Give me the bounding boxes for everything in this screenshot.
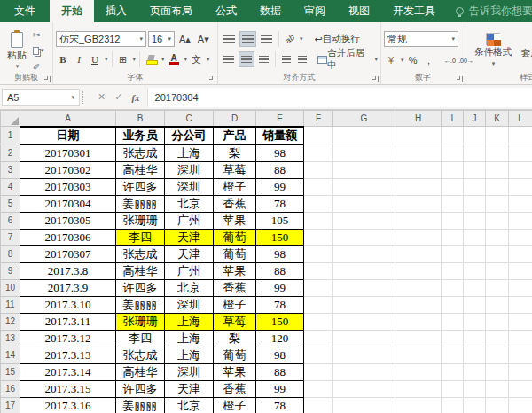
- cell-E7[interactable]: 150: [256, 229, 304, 245]
- chevron-down-icon[interactable]: ▾: [401, 57, 404, 64]
- increase-decimal-button[interactable]: ←.0: [443, 52, 458, 68]
- cell-C4[interactable]: 深圳: [165, 178, 214, 195]
- cell-D2[interactable]: 梨: [214, 144, 256, 162]
- row-header-9[interactable]: 9: [1, 262, 20, 279]
- cell-D6[interactable]: 苹果: [214, 212, 256, 229]
- cell-C13[interactable]: 上海: [165, 330, 214, 347]
- cell-G12[interactable]: [333, 313, 395, 330]
- borders-button[interactable]: ⊞: [116, 51, 130, 67]
- row-header-1[interactable]: 1: [1, 127, 20, 144]
- cell-B5[interactable]: 姜丽丽: [116, 195, 165, 212]
- cell-H13[interactable]: [395, 330, 442, 347]
- cell-E13[interactable]: 120: [256, 330, 304, 347]
- column-header-H[interactable]: H: [395, 111, 442, 127]
- cell-I15[interactable]: [442, 363, 464, 380]
- cell-D10[interactable]: 香蕉: [214, 279, 256, 296]
- cell-J10[interactable]: [464, 279, 486, 296]
- wrap-text-button[interactable]: ↩ 自动换行: [312, 31, 363, 47]
- cell-B12[interactable]: 张珊珊: [116, 313, 165, 330]
- cell-B2[interactable]: 张志成: [116, 144, 165, 162]
- cell-G2[interactable]: [333, 144, 395, 162]
- cell-H12[interactable]: [395, 313, 442, 330]
- cell-H6[interactable]: [395, 212, 442, 229]
- cell-C2[interactable]: 上海: [165, 144, 214, 162]
- cell-E6[interactable]: 105: [256, 212, 304, 229]
- cell-J3[interactable]: [464, 161, 486, 178]
- tab-公式[interactable]: 公式: [204, 0, 248, 22]
- cell-H3[interactable]: [395, 161, 442, 178]
- cell-L10[interactable]: [509, 279, 532, 296]
- cell-D9[interactable]: 苹果: [214, 262, 256, 279]
- cell-C10[interactable]: 北京: [165, 279, 214, 296]
- cell-F17[interactable]: [304, 397, 333, 413]
- chevron-down-icon[interactable]: ▾: [105, 56, 108, 63]
- chevron-down-icon[interactable]: ▾: [207, 56, 210, 63]
- merge-center-button[interactable]: 合并后居中: [315, 51, 372, 67]
- cell-L4[interactable]: [509, 178, 532, 195]
- row-header-6[interactable]: 6: [1, 212, 20, 229]
- cell-B9[interactable]: 高桂华: [116, 262, 165, 279]
- align-center-button[interactable]: [239, 51, 254, 67]
- column-header-I[interactable]: I: [442, 111, 464, 127]
- cell-E11[interactable]: 78: [256, 296, 304, 313]
- cell-A13[interactable]: 2017.3.12: [20, 330, 116, 347]
- cell-B7[interactable]: 李四: [116, 229, 165, 245]
- cell-I5[interactable]: [442, 195, 464, 212]
- font-color-button[interactable]: A: [167, 51, 182, 67]
- cell-A11[interactable]: 2017.3.10: [20, 296, 116, 313]
- cell-G17[interactable]: [333, 397, 395, 413]
- cell-H8[interactable]: [395, 245, 442, 262]
- formula-input[interactable]: 20170304: [147, 88, 532, 107]
- fill-color-button[interactable]: [144, 51, 159, 67]
- cell-J6[interactable]: [464, 212, 486, 229]
- cut-button[interactable]: ✂: [33, 27, 44, 42]
- row-header-17[interactable]: 17: [1, 397, 20, 413]
- cell-J8[interactable]: [464, 245, 486, 262]
- cell-D3[interactable]: 草莓: [214, 161, 256, 178]
- tab-页面布局[interactable]: 页面布局: [138, 0, 204, 22]
- cell-J11[interactable]: [464, 296, 486, 313]
- cell-H11[interactable]: [395, 296, 442, 313]
- row-header-2[interactable]: 2: [1, 144, 20, 162]
- cell-A12[interactable]: 2017.3.11: [20, 313, 116, 330]
- chevron-down-icon[interactable]: ▾: [374, 56, 378, 63]
- cell-E3[interactable]: 88: [256, 161, 304, 178]
- cell-C7[interactable]: 天津: [165, 229, 214, 245]
- cell-K2[interactable]: [486, 144, 509, 162]
- cell-I17[interactable]: [442, 397, 464, 413]
- cell-A3[interactable]: 20170302: [20, 161, 116, 178]
- tab-插入[interactable]: 插入: [94, 0, 138, 22]
- cell-I2[interactable]: [442, 144, 464, 162]
- cell-I9[interactable]: [442, 262, 464, 279]
- cell-D5[interactable]: 香蕉: [214, 195, 256, 212]
- row-header-11[interactable]: 11: [1, 296, 20, 313]
- align-left-button[interactable]: [221, 51, 237, 67]
- cell-E9[interactable]: 88: [256, 262, 304, 279]
- header-cell-D1[interactable]: 产品: [214, 127, 256, 144]
- cell-L13[interactable]: [509, 330, 532, 347]
- copy-button[interactable]: ▾: [33, 43, 44, 58]
- cell-I13[interactable]: [442, 330, 464, 347]
- cell-D17[interactable]: 橙子: [214, 397, 256, 413]
- cell-K14[interactable]: [486, 347, 509, 363]
- row-header-4[interactable]: 4: [1, 178, 20, 195]
- cell-G7[interactable]: [333, 229, 395, 245]
- cell-C11[interactable]: 深圳: [165, 296, 214, 313]
- cell-J7[interactable]: [464, 229, 486, 245]
- number-format-select[interactable]: 常规 ▾: [384, 31, 458, 47]
- cell-G8[interactable]: [333, 245, 395, 262]
- cell-K9[interactable]: [486, 262, 509, 279]
- conditional-formatting-button[interactable]: 条件格式 ▾: [468, 26, 518, 75]
- comma-style-button[interactable]: ,: [422, 52, 436, 68]
- cell-D15[interactable]: 苹果: [214, 363, 256, 380]
- cell-G15[interactable]: [333, 363, 395, 380]
- cell-K6[interactable]: [486, 212, 509, 229]
- tab-开始[interactable]: 开始: [50, 0, 94, 22]
- cell-L11[interactable]: [509, 296, 532, 313]
- cell-I3[interactable]: [442, 161, 464, 178]
- cell-L12[interactable]: [509, 313, 532, 330]
- column-header-F[interactable]: F: [304, 111, 333, 127]
- cell-F1[interactable]: [304, 127, 333, 144]
- cell-F10[interactable]: [304, 279, 333, 296]
- cell-A5[interactable]: 20170304: [20, 195, 116, 212]
